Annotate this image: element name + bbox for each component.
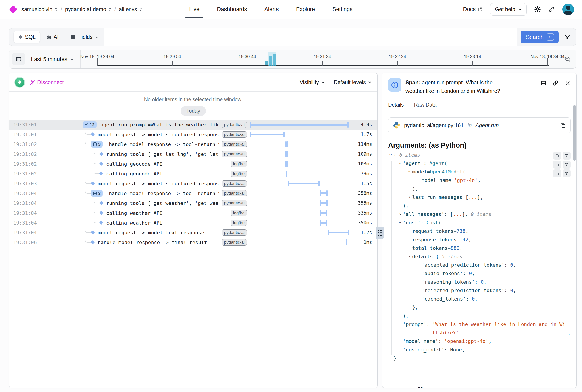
tab-raw-data[interactable]: Raw Data bbox=[414, 102, 436, 111]
today-chip[interactable]: Today bbox=[181, 106, 206, 116]
scope-tag[interactable]: pydantic-ai bbox=[222, 190, 247, 196]
collapse-chevron[interactable]: › bbox=[397, 220, 403, 225]
detail-scrollbar-thumb[interactable] bbox=[573, 105, 575, 161]
copy-source-button[interactable] bbox=[560, 122, 566, 128]
breadcrumb-project[interactable]: pydantic-ai-demo bbox=[65, 6, 112, 12]
code-token: , bbox=[484, 279, 486, 285]
theme-toggle-button[interactable] bbox=[534, 6, 541, 13]
trace-row[interactable]: 19:31:04calling weather APIlogfire350ms bbox=[9, 218, 377, 228]
live-status-indicator[interactable] bbox=[15, 78, 24, 87]
scope-tag[interactable]: logfire bbox=[230, 210, 247, 216]
ai-mode-button[interactable]: AI bbox=[46, 34, 59, 40]
funnel-icon bbox=[564, 172, 568, 176]
code-line: 'cached_tokens': 0, bbox=[388, 296, 571, 304]
scope-tag[interactable]: pydantic-ai bbox=[222, 230, 247, 236]
collapse-chevron[interactable]: › bbox=[407, 170, 412, 174]
scope-tag[interactable]: pydantic-ai bbox=[222, 151, 247, 157]
scope-tag[interactable]: pydantic-ai bbox=[222, 239, 247, 246]
scope-tag[interactable]: logfire bbox=[230, 170, 247, 177]
code-token: 'all_messages': bbox=[403, 212, 450, 217]
scope-tag[interactable]: logfire bbox=[230, 161, 247, 167]
copy-value-button[interactable] bbox=[553, 160, 561, 168]
breadcrumb-separator: / bbox=[115, 6, 116, 12]
tab-details[interactable]: Details bbox=[388, 102, 404, 111]
timeline-axis-area[interactable]: Nov 18, 19:29:0419:29:5419:30:4419:31:34… bbox=[81, 50, 559, 68]
copy-value-button[interactable] bbox=[553, 152, 561, 160]
visibility-dropdown[interactable]: Visibility bbox=[300, 79, 325, 86]
trace-row[interactable]: 19:31:043handle model response -> tool-r… bbox=[9, 188, 377, 198]
close-panel-button[interactable] bbox=[564, 80, 571, 95]
expand-chevron[interactable]: › bbox=[407, 194, 412, 200]
trace-row[interactable]: 19:31:02calling geocode APIlogfire79ms bbox=[9, 169, 377, 178]
search-input[interactable] bbox=[104, 28, 517, 46]
sidebar-toggle-button[interactable] bbox=[12, 53, 25, 65]
breadcrumb-env[interactable]: all envs bbox=[119, 6, 142, 12]
collapse-chevron[interactable]: › bbox=[388, 152, 393, 157]
time-range-dropdown[interactable]: Last 5 minutes bbox=[31, 56, 74, 62]
tab-settings[interactable]: Settings bbox=[332, 6, 352, 12]
breadcrumb: samuelcolvin / pydantic-ai-demo / all en… bbox=[22, 6, 142, 12]
copy-value-button[interactable] bbox=[553, 170, 561, 178]
collapse-chevron[interactable]: › bbox=[397, 161, 403, 166]
expand-chevron[interactable]: › bbox=[398, 212, 402, 217]
panel-resize-handle[interactable] bbox=[376, 226, 384, 239]
code-line: 'custom_model': None, bbox=[388, 347, 571, 356]
scope-tag[interactable]: pydantic-ai bbox=[222, 200, 247, 206]
tab-alerts[interactable]: Alerts bbox=[264, 6, 279, 12]
trace-row[interactable]: 19:31:03model request -> model-structure… bbox=[9, 178, 377, 188]
collapse-minus-icon bbox=[93, 142, 97, 146]
search-button[interactable]: Search ↵ bbox=[521, 30, 558, 44]
sql-mode-button[interactable]: SQL bbox=[14, 31, 40, 43]
code-line: 'accepted_prediction_tokens': 0, bbox=[388, 262, 571, 271]
trace-row-name: model request -> model-text-response bbox=[98, 230, 219, 236]
trace-row[interactable]: 19:31:0112agent run prompt=What is the w… bbox=[9, 120, 377, 130]
unplug-icon bbox=[29, 80, 35, 85]
filter-by-value-button[interactable] bbox=[562, 160, 571, 168]
collapse-badge[interactable]: 3 bbox=[91, 190, 103, 197]
scope-tag[interactable]: logfire bbox=[230, 220, 247, 226]
code-guide-line bbox=[391, 262, 392, 271]
sql-label: SQL bbox=[25, 34, 36, 40]
tab-dashboards[interactable]: Dashboards bbox=[217, 6, 247, 12]
logfire-logo-icon[interactable] bbox=[9, 5, 18, 14]
code-guide-line bbox=[401, 228, 401, 237]
source-file-link[interactable]: pydantic_ai/agent.py:161 bbox=[404, 122, 464, 128]
dock-panel-button[interactable] bbox=[540, 80, 546, 95]
collapse-badge[interactable]: 3 bbox=[91, 141, 103, 148]
collapse-chevron[interactable]: › bbox=[407, 254, 412, 259]
trace-row[interactable]: 19:31:02running tools=['get_lat_lng', 'g… bbox=[9, 149, 377, 159]
trace-row-duration: 355ms bbox=[349, 198, 377, 208]
timeline-zoom-button[interactable] bbox=[564, 56, 571, 63]
trace-row[interactable]: 19:31:023handle model response -> tool-r… bbox=[9, 139, 377, 149]
timeline-selection[interactable] bbox=[268, 52, 276, 66]
scope-tag[interactable]: pydantic-ai bbox=[222, 131, 247, 138]
fields-dropdown[interactable]: Fields bbox=[65, 28, 104, 46]
trace-row[interactable]: 19:31:04calling weather APIlogfire335ms bbox=[9, 208, 377, 218]
tab-explore[interactable]: Explore bbox=[296, 6, 315, 12]
docs-link[interactable]: Docs bbox=[463, 6, 482, 12]
trace-row[interactable]: 19:31:01model request -> model-structure… bbox=[9, 130, 377, 139]
trace-row[interactable]: 19:31:02calling geocode APIlogfire103ms bbox=[9, 159, 377, 169]
filter-by-value-button[interactable] bbox=[562, 152, 571, 160]
get-help-button[interactable]: Get help bbox=[490, 3, 527, 16]
share-link-button[interactable] bbox=[548, 6, 555, 12]
user-avatar[interactable] bbox=[562, 4, 574, 15]
filter-by-value-button[interactable] bbox=[562, 170, 571, 178]
tab-live[interactable]: Live bbox=[189, 6, 199, 12]
trace-row[interactable]: 19:31:04running tools=['get_weather', 'g… bbox=[9, 198, 377, 208]
scope-tag[interactable]: pydantic-ai bbox=[222, 180, 247, 187]
scope-tag[interactable]: pydantic-ai bbox=[222, 122, 247, 128]
duration-bar bbox=[250, 131, 285, 138]
scope-tag[interactable]: pydantic-ai bbox=[222, 141, 247, 148]
trace-row-time: 19:31:04 bbox=[9, 198, 48, 208]
trace-row[interactable]: 19:31:04model request -> model-text-resp… bbox=[9, 228, 377, 238]
default-levels-dropdown[interactable]: Default levels bbox=[334, 79, 372, 86]
copy-link-button[interactable] bbox=[552, 80, 558, 95]
code-token: 'accepted_prediction_tokens': bbox=[422, 262, 510, 268]
trace-row[interactable]: 19:31:06handle model response -> final r… bbox=[9, 238, 377, 247]
collapse-badge[interactable]: 12 bbox=[83, 121, 97, 128]
breadcrumb-org[interactable]: samuelcolvin bbox=[22, 6, 58, 12]
filter-button[interactable] bbox=[564, 34, 571, 40]
code-guide-line bbox=[391, 237, 392, 245]
disconnect-button[interactable]: Disconnect bbox=[29, 79, 64, 86]
